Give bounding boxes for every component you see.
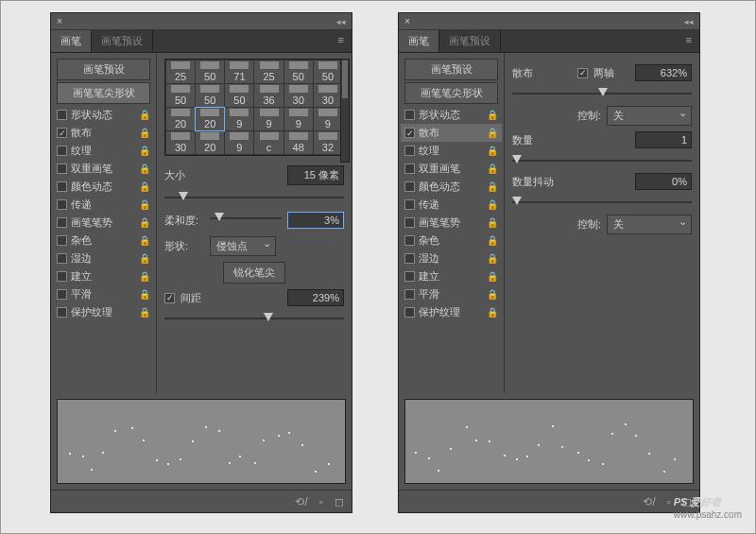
lock-icon[interactable]: 🔒 bbox=[487, 199, 498, 211]
lock-icon[interactable]: 🔒 bbox=[487, 128, 498, 139]
footer-icon-2[interactable]: ▫ bbox=[667, 495, 671, 508]
lock-icon[interactable]: 🔒 bbox=[487, 146, 498, 157]
sidebar-item-6[interactable]: 画笔笔势🔒 bbox=[401, 214, 502, 232]
softness-slider[interactable] bbox=[210, 212, 282, 225]
brush-presets-button[interactable]: 画笔预设 bbox=[404, 59, 498, 80]
spacing-slider[interactable] bbox=[164, 312, 344, 325]
collapse-icon[interactable]: ◂◂ bbox=[684, 17, 694, 26]
footer-icon-2[interactable]: ▫ bbox=[319, 495, 323, 508]
sidebar-checkbox[interactable] bbox=[404, 253, 415, 264]
sidebar-checkbox[interactable] bbox=[57, 110, 67, 120]
lock-icon[interactable]: 🔒 bbox=[139, 199, 150, 211]
spacing-input[interactable]: 239% bbox=[287, 289, 344, 306]
sidebar-checkbox[interactable] bbox=[404, 128, 415, 138]
lock-icon[interactable]: 🔒 bbox=[139, 110, 150, 121]
sidebar-item-11[interactable]: 保护纹理🔒 bbox=[53, 303, 154, 321]
size-input[interactable]: 15 像素 bbox=[287, 165, 344, 185]
brush-thumb[interactable]: 9 bbox=[225, 108, 253, 130]
sidebar-item-9[interactable]: 建立🔒 bbox=[53, 267, 154, 285]
brush-thumb[interactable]: 50 bbox=[196, 60, 224, 83]
collapse-icon[interactable]: ◂◂ bbox=[336, 17, 346, 26]
count-jitter-input[interactable]: 0% bbox=[635, 173, 692, 190]
sidebar-item-8[interactable]: 湿边🔒 bbox=[401, 250, 502, 267]
control1-select[interactable]: 关 bbox=[607, 106, 692, 126]
sidebar-checkbox[interactable] bbox=[404, 271, 415, 282]
sidebar-checkbox[interactable] bbox=[404, 164, 415, 174]
sidebar-checkbox[interactable] bbox=[404, 217, 415, 228]
sidebar-item-10[interactable]: 平滑🔒 bbox=[53, 285, 154, 303]
tab-brush[interactable]: 画笔 bbox=[51, 30, 92, 52]
footer-icon-3[interactable]: ◻ bbox=[335, 495, 344, 508]
sidebar-item-5[interactable]: 传递🔒 bbox=[53, 196, 154, 214]
size-slider[interactable] bbox=[164, 191, 344, 204]
tab-menu-icon[interactable]: ≡ bbox=[331, 30, 352, 52]
sidebar-item-2[interactable]: 纹理🔒 bbox=[53, 142, 154, 160]
sidebar-item-1[interactable]: 散布🔒 bbox=[401, 124, 502, 142]
sidebar-item-7[interactable]: 杂色🔒 bbox=[53, 232, 154, 250]
brush-thumb[interactable]: 9 bbox=[225, 131, 253, 154]
control2-select[interactable]: 关 bbox=[607, 215, 692, 234]
lock-icon[interactable]: 🔒 bbox=[139, 289, 150, 301]
brush-thumb[interactable]: 9 bbox=[314, 108, 342, 130]
sidebar-item-0[interactable]: 形状动态🔒 bbox=[401, 106, 502, 124]
lock-icon[interactable]: 🔒 bbox=[139, 271, 150, 283]
sidebar-item-7[interactable]: 杂色🔒 bbox=[401, 232, 502, 250]
lock-icon[interactable]: 🔒 bbox=[139, 307, 150, 319]
close-icon[interactable]: × bbox=[404, 16, 410, 26]
sidebar-item-5[interactable]: 传递🔒 bbox=[401, 196, 502, 214]
tab-menu-icon[interactable]: ≡ bbox=[679, 30, 699, 52]
sidebar-checkbox[interactable] bbox=[57, 289, 67, 300]
lock-icon[interactable]: 🔒 bbox=[487, 181, 498, 193]
brush-thumb[interactable]: 50 bbox=[284, 60, 313, 83]
lock-icon[interactable]: 🔒 bbox=[487, 110, 498, 121]
lock-icon[interactable]: 🔒 bbox=[487, 217, 498, 229]
brush-tip-shape-button[interactable]: 画笔笔尖形状 bbox=[404, 82, 498, 104]
sidebar-checkbox[interactable] bbox=[404, 199, 415, 210]
sidebar-checkbox[interactable] bbox=[57, 253, 67, 264]
brush-thumb[interactable]: 30 bbox=[166, 131, 195, 154]
lock-icon[interactable]: 🔒 bbox=[139, 253, 150, 265]
brush-thumb[interactable]: 20 bbox=[196, 108, 224, 130]
brush-thumb[interactable]: 50 bbox=[196, 84, 224, 107]
scatter-slider[interactable] bbox=[512, 87, 692, 100]
lock-icon[interactable]: 🔒 bbox=[139, 164, 150, 175]
sidebar-checkbox[interactable] bbox=[57, 128, 67, 138]
tab-presets[interactable]: 画笔预设 bbox=[92, 30, 153, 52]
lock-icon[interactable]: 🔒 bbox=[487, 235, 498, 247]
sidebar-checkbox[interactable] bbox=[57, 271, 67, 282]
sidebar-checkbox[interactable] bbox=[404, 307, 415, 318]
lock-icon[interactable]: 🔒 bbox=[487, 253, 498, 265]
sidebar-item-4[interactable]: 颜色动态🔒 bbox=[53, 178, 154, 196]
lock-icon[interactable]: 🔒 bbox=[139, 217, 150, 229]
footer-icon-1[interactable]: ⟲/ bbox=[643, 495, 655, 508]
sidebar-item-0[interactable]: 形状动态🔒 bbox=[53, 106, 154, 124]
sidebar-checkbox[interactable] bbox=[57, 307, 67, 318]
count-input[interactable]: 1 bbox=[635, 131, 692, 148]
sidebar-checkbox[interactable] bbox=[57, 199, 67, 210]
tab-brush[interactable]: 画笔 bbox=[399, 30, 439, 52]
sidebar-item-8[interactable]: 湿边🔒 bbox=[53, 250, 154, 267]
lock-icon[interactable]: 🔒 bbox=[487, 289, 498, 301]
shape-select[interactable]: 侵蚀点 bbox=[210, 236, 276, 256]
sidebar-item-10[interactable]: 平滑🔒 bbox=[401, 285, 502, 303]
brush-thumb[interactable]: 50 bbox=[166, 84, 195, 107]
brush-thumb[interactable]: 9 bbox=[284, 108, 313, 130]
sidebar-item-1[interactable]: 散布🔒 bbox=[53, 124, 154, 142]
brush-thumb[interactable]: 71 bbox=[225, 60, 253, 83]
sidebar-checkbox[interactable] bbox=[404, 146, 415, 156]
brush-thumb[interactable]: 36 bbox=[254, 84, 283, 107]
sidebar-checkbox[interactable] bbox=[404, 289, 415, 300]
sidebar-item-9[interactable]: 建立🔒 bbox=[401, 267, 502, 285]
sidebar-item-2[interactable]: 纹理🔒 bbox=[401, 142, 502, 160]
sidebar-checkbox[interactable] bbox=[404, 110, 415, 120]
sharpen-tip-button[interactable]: 锐化笔尖 bbox=[223, 262, 285, 284]
brush-thumb[interactable]: 30 bbox=[284, 84, 313, 107]
sidebar-checkbox[interactable] bbox=[57, 235, 67, 246]
brush-thumb[interactable]: 25 bbox=[166, 60, 195, 83]
brush-thumb[interactable]: 20 bbox=[196, 131, 224, 154]
close-icon[interactable]: × bbox=[57, 16, 62, 26]
sidebar-checkbox[interactable] bbox=[404, 235, 415, 246]
brush-thumb[interactable]: 50 bbox=[314, 60, 342, 83]
brush-thumb[interactable]: 20 bbox=[166, 108, 195, 130]
thumbnail-scrollbar[interactable] bbox=[340, 59, 350, 163]
